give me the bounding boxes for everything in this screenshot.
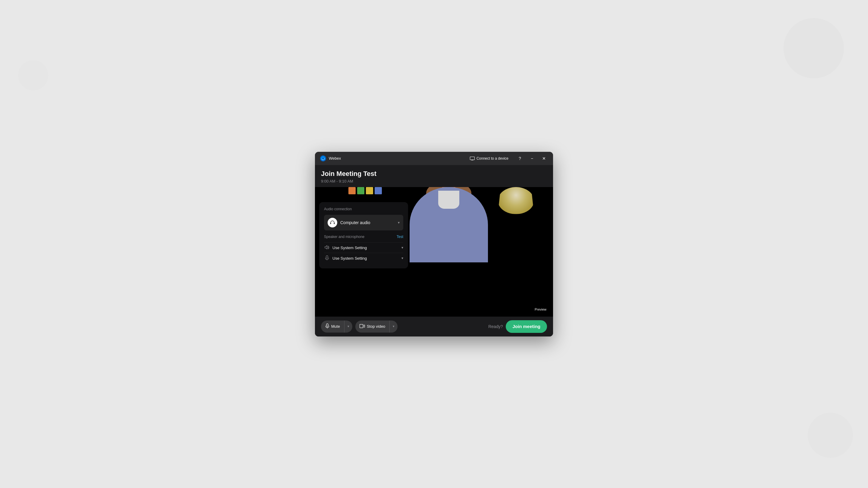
mic-setting-dropdown[interactable]: Use System Setting ▾ xyxy=(324,253,403,264)
mute-expand-button[interactable]: ▾ xyxy=(344,321,352,332)
title-bar-right: Connect to a device ? − ✕ xyxy=(467,154,548,163)
test-link-button[interactable]: Test xyxy=(397,235,403,239)
ready-label: Ready? xyxy=(488,324,503,329)
mic-setting-label: Use System Setting xyxy=(333,256,399,261)
mute-chevron-icon: ▾ xyxy=(347,324,349,328)
minimize-button[interactable]: − xyxy=(528,154,536,163)
mic-chevron-icon: ▾ xyxy=(401,256,403,260)
computer-audio-label: Computer audio xyxy=(340,220,395,225)
sticky-blue xyxy=(375,187,382,194)
microphone-icon xyxy=(324,255,330,261)
svg-rect-2 xyxy=(330,223,331,224)
connect-device-button[interactable]: Connect to a device xyxy=(467,155,511,162)
lamp xyxy=(498,187,534,226)
help-icon: ? xyxy=(519,156,521,161)
undershirt xyxy=(438,191,459,209)
video-area: Audio connection Computer audio ▾ Speake… xyxy=(315,187,553,317)
audio-connection-title: Audio connection xyxy=(324,207,403,211)
help-button[interactable]: ? xyxy=(516,154,524,163)
stop-video-label: Stop video xyxy=(367,324,385,329)
headset-icon xyxy=(330,220,335,225)
stop-video-button[interactable]: Stop video ▾ xyxy=(355,321,398,332)
title-bar-left: Webex xyxy=(320,155,341,162)
audio-icon-circle xyxy=(328,218,337,227)
audio-panel: Audio connection Computer audio ▾ Speake… xyxy=(319,202,408,268)
mute-label: Mute xyxy=(331,324,340,329)
connect-device-label: Connect to a device xyxy=(476,156,508,161)
minimize-icon: − xyxy=(531,156,533,161)
chevron-down-icon: ▾ xyxy=(398,221,400,225)
speaker-chevron-icon: ▾ xyxy=(401,246,403,250)
sticky-green xyxy=(357,187,364,194)
sticky-orange xyxy=(348,187,355,194)
join-meeting-button[interactable]: Join meeting xyxy=(506,320,547,333)
stop-video-button-main[interactable]: Stop video xyxy=(355,321,390,332)
svg-point-0 xyxy=(320,156,326,161)
svg-rect-3 xyxy=(334,223,335,224)
preview-badge: Preview xyxy=(532,306,549,313)
video-chevron-icon: ▾ xyxy=(393,324,395,328)
app-window: Webex Connect to a device ? − ✕ xyxy=(315,152,553,336)
computer-audio-button[interactable]: Computer audio ▾ xyxy=(324,215,403,230)
sticky-yellow xyxy=(366,187,373,194)
speaker-setting-label: Use System Setting xyxy=(333,246,399,250)
window-actions: ? − ✕ xyxy=(516,154,548,163)
app-title: Webex xyxy=(329,156,341,161)
video-control-icon xyxy=(360,324,365,329)
meeting-title: Join Meeting Test xyxy=(321,170,547,178)
close-button[interactable]: ✕ xyxy=(540,154,548,163)
monitor-icon xyxy=(470,157,475,160)
sticky-notes xyxy=(348,187,382,194)
speaker-icon xyxy=(324,245,330,250)
speaker-mic-row: Speaker and microphone Test xyxy=(324,235,403,239)
bottom-controls: Mute ▾ Stop video ▾ Ready? Joi xyxy=(315,317,553,336)
mute-button-main[interactable]: Mute xyxy=(321,321,344,332)
person-shirt xyxy=(410,187,488,262)
meeting-header: Join Meeting Test 9:00 AM - 9:10 AM xyxy=(315,165,553,187)
title-bar: Webex Connect to a device ? − ✕ xyxy=(315,152,553,165)
microphone-control-icon xyxy=(325,324,330,329)
webex-logo-icon xyxy=(320,155,327,162)
lamp-shade xyxy=(498,187,534,214)
speaker-mic-label: Speaker and microphone xyxy=(324,235,364,239)
mute-button[interactable]: Mute ▾ xyxy=(321,321,352,332)
speaker-setting-dropdown[interactable]: Use System Setting ▾ xyxy=(324,242,403,253)
close-icon: ✕ xyxy=(542,156,546,161)
svg-rect-1 xyxy=(470,157,474,160)
svg-rect-8 xyxy=(360,324,363,328)
svg-rect-6 xyxy=(327,324,328,327)
video-expand-button[interactable]: ▾ xyxy=(390,321,398,332)
meeting-time: 9:00 AM - 9:10 AM xyxy=(321,179,547,184)
svg-rect-4 xyxy=(326,255,328,258)
